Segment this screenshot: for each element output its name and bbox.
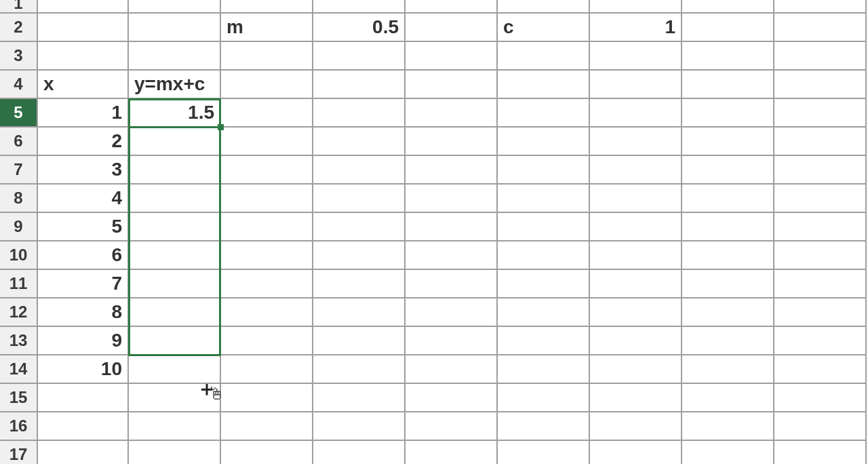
cell-B17[interactable] (129, 441, 221, 464)
cell-C4[interactable] (221, 71, 313, 99)
cell-E13[interactable] (406, 327, 498, 355)
cell-H7[interactable] (682, 156, 774, 185)
row-header-13[interactable]: 13 (0, 327, 38, 355)
cell-B3[interactable] (129, 42, 221, 71)
cell-I4[interactable] (774, 71, 867, 99)
cell-F2[interactable]: c (498, 14, 590, 42)
cell-G11[interactable] (590, 270, 682, 298)
cell-B11[interactable] (129, 270, 221, 298)
cell-I12[interactable] (774, 298, 867, 327)
cell-E12[interactable] (406, 298, 498, 327)
cell-B15[interactable] (129, 384, 221, 412)
cell-D2[interactable]: 0.5 (313, 14, 406, 42)
cell-H9[interactable] (682, 213, 774, 241)
cell-G9[interactable] (590, 213, 682, 241)
cell-H17[interactable] (682, 441, 774, 464)
cell-D16[interactable] (313, 412, 406, 441)
cell-F7[interactable] (498, 156, 590, 185)
cell-H4[interactable] (682, 71, 774, 99)
cell-C14[interactable] (221, 355, 313, 384)
row-header-14[interactable]: 14 (0, 355, 38, 384)
cell-F16[interactable] (498, 412, 590, 441)
cell-D13[interactable] (313, 327, 406, 355)
row-header-15[interactable]: 15 (0, 384, 38, 412)
cell-C6[interactable] (221, 128, 313, 156)
cell-H16[interactable] (682, 412, 774, 441)
cell-A2[interactable] (38, 14, 129, 42)
cell-E9[interactable] (406, 213, 498, 241)
cell-A3[interactable] (38, 42, 129, 71)
cell-E17[interactable] (406, 441, 498, 464)
cell-C10[interactable] (221, 241, 313, 270)
cell-B5[interactable]: 1.5 (129, 99, 221, 128)
cell-F6[interactable] (498, 128, 590, 156)
cell-I2[interactable] (774, 14, 867, 42)
cell-B14[interactable] (129, 355, 221, 384)
cell-G12[interactable] (590, 298, 682, 327)
cell-G1[interactable] (590, 0, 682, 14)
cell-B16[interactable] (129, 412, 221, 441)
row-header-5[interactable]: 5 (0, 99, 38, 128)
cell-E3[interactable] (406, 42, 498, 71)
cell-H12[interactable] (682, 298, 774, 327)
cell-A1[interactable] (38, 0, 129, 14)
cell-B9[interactable] (129, 213, 221, 241)
cell-I16[interactable] (774, 412, 867, 441)
cell-A4[interactable]: x (38, 71, 129, 99)
row-header-1[interactable]: 1 (0, 0, 38, 14)
cell-B4[interactable]: y=mx+c (129, 71, 221, 99)
row-header-3[interactable]: 3 (0, 42, 38, 71)
cell-I13[interactable] (774, 327, 867, 355)
cell-F8[interactable] (498, 185, 590, 213)
cell-A10[interactable]: 6 (38, 241, 129, 270)
cell-D10[interactable] (313, 241, 406, 270)
cell-E6[interactable] (406, 128, 498, 156)
cell-A9[interactable]: 5 (38, 213, 129, 241)
cell-B1[interactable] (129, 0, 221, 14)
cell-A5[interactable]: 1 (38, 99, 129, 128)
spreadsheet-grid[interactable]: 1234567891011121314151617m0.5c1xy=mx+c11… (0, 0, 868, 464)
cell-G4[interactable] (590, 71, 682, 99)
cell-G7[interactable] (590, 156, 682, 185)
cell-I8[interactable] (774, 185, 867, 213)
cell-G6[interactable] (590, 128, 682, 156)
cell-I17[interactable] (774, 441, 867, 464)
cell-C16[interactable] (221, 412, 313, 441)
cell-I9[interactable] (774, 213, 867, 241)
cell-G8[interactable] (590, 185, 682, 213)
cell-C7[interactable] (221, 156, 313, 185)
cell-E5[interactable] (406, 99, 498, 128)
cell-F14[interactable] (498, 355, 590, 384)
cell-I14[interactable] (774, 355, 867, 384)
cell-B6[interactable] (129, 128, 221, 156)
cell-B8[interactable] (129, 185, 221, 213)
cell-I1[interactable] (774, 0, 867, 14)
cell-D9[interactable] (313, 213, 406, 241)
cell-D3[interactable] (313, 42, 406, 71)
cell-H2[interactable] (682, 14, 774, 42)
cell-D4[interactable] (313, 71, 406, 99)
cell-H1[interactable] (682, 0, 774, 14)
cell-A15[interactable] (38, 384, 129, 412)
cell-F13[interactable] (498, 327, 590, 355)
cell-G5[interactable] (590, 99, 682, 128)
row-header-6[interactable]: 6 (0, 128, 38, 156)
row-header-12[interactable]: 12 (0, 298, 38, 327)
cell-I5[interactable] (774, 99, 867, 128)
cell-E8[interactable] (406, 185, 498, 213)
cell-D15[interactable] (313, 384, 406, 412)
cell-H8[interactable] (682, 185, 774, 213)
cell-E2[interactable] (406, 14, 498, 42)
cell-C17[interactable] (221, 441, 313, 464)
cell-B7[interactable] (129, 156, 221, 185)
cell-D7[interactable] (313, 156, 406, 185)
cell-E15[interactable] (406, 384, 498, 412)
cell-G13[interactable] (590, 327, 682, 355)
cell-F15[interactable] (498, 384, 590, 412)
cell-H5[interactable] (682, 99, 774, 128)
cell-G10[interactable] (590, 241, 682, 270)
cell-D12[interactable] (313, 298, 406, 327)
cell-H6[interactable] (682, 128, 774, 156)
cell-H15[interactable] (682, 384, 774, 412)
cell-E14[interactable] (406, 355, 498, 384)
